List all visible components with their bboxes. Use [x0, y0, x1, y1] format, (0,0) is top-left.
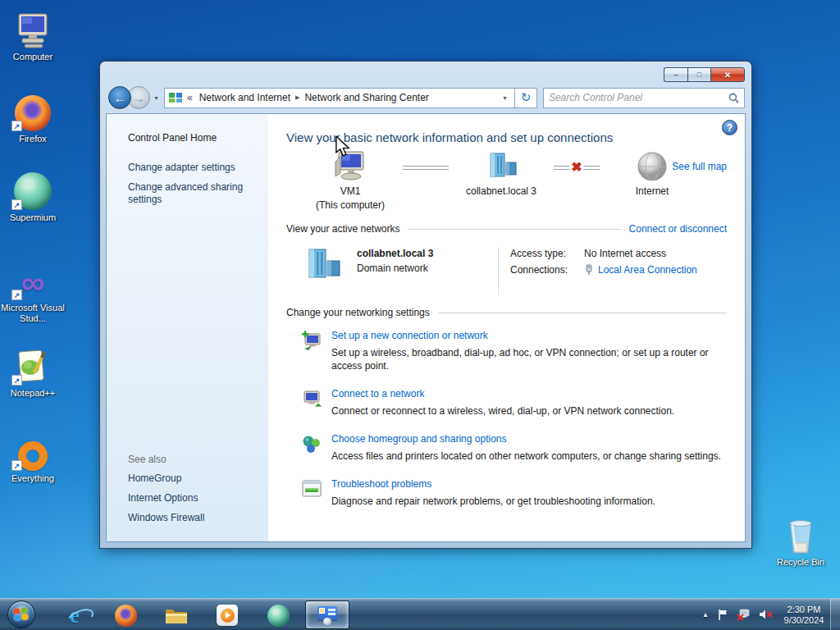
networking-settings-section-header: Change your networking settings — [286, 307, 727, 318]
show-hidden-icons-button[interactable]: ▲ — [698, 599, 713, 630]
desktop-icon-label: Notepad++ — [0, 388, 66, 399]
breadcrumb-separator-icon[interactable]: ▶ — [295, 94, 299, 101]
globe-icon — [637, 149, 668, 184]
start-button[interactable] — [7, 600, 35, 628]
help-icon: ? — [727, 122, 733, 134]
search-box[interactable] — [543, 88, 745, 108]
section-title: View your active networks — [286, 223, 400, 235]
volume-muted-icon — [759, 608, 774, 621]
forward-icon: → — [133, 91, 145, 105]
clock-date: 9/30/2024 — [778, 615, 830, 626]
breadcrumb[interactable]: « Network and Internet ▶ Network and Sha… — [164, 88, 515, 108]
map-node-internet[interactable]: Internet — [601, 149, 703, 198]
access-type-value: No Internet access — [584, 248, 697, 259]
desktop-icon-label: Computer — [0, 52, 66, 62]
network-status-button[interactable] — [733, 599, 755, 630]
internet-explorer-icon: e — [70, 605, 80, 626]
sidebar-item-control-panel-home[interactable]: Control Panel Home — [128, 132, 257, 144]
map-connection-disconnected: ✖ — [554, 166, 600, 170]
homegroup-link[interactable]: Choose homegroup and sharing options — [331, 433, 721, 445]
desktop-icon-firefox[interactable]: ↗ Firefox — [0, 92, 66, 144]
network-sharing-center-icon — [169, 92, 182, 103]
desktop-icon-label: Supermium — [0, 212, 66, 223]
sidebar-item-internet-options[interactable]: Internet Options — [128, 492, 257, 504]
system-tray: ▲ 2:30 PM 9/30/2024 — [698, 599, 840, 630]
search-input[interactable] — [549, 92, 728, 103]
flag-icon — [717, 609, 728, 621]
network-map: See full map — [286, 149, 727, 212]
close-button[interactable]: ✕ — [710, 67, 745, 82]
breadcrumb-overflow-chevron[interactable]: « — [187, 92, 193, 103]
window-titlebar[interactable]: – □ ✕ — [100, 62, 751, 84]
back-button[interactable]: ← — [108, 86, 131, 109]
everything-icon — [18, 441, 48, 471]
active-network-panel: collabnet.local 3 Domain network Access … — [303, 248, 727, 295]
page-title: View your basic network information and … — [286, 130, 727, 144]
desktop-icon-visual-studio[interactable]: ∞ ↗ Microsoft Visual Stud... — [0, 261, 66, 324]
desktop-icon-notepadpp[interactable]: ↗ Notepad++ — [0, 346, 66, 399]
desktop-icon-everything[interactable]: ↗ Everything — [0, 431, 66, 484]
action-center-button[interactable] — [713, 599, 733, 630]
refresh-button[interactable]: ↻ — [515, 88, 537, 108]
taskbar-clock[interactable]: 2:30 PM 9/30/2024 — [778, 604, 830, 626]
map-node-label: VM1 — [340, 185, 361, 198]
shortcut-arrow-icon: ↗ — [11, 290, 22, 300]
connect-network-link[interactable]: Connect to a network — [331, 388, 674, 399]
map-node-label: Internet — [636, 185, 669, 198]
desktop-icon-recycle-bin[interactable]: Recycle Bin — [768, 515, 833, 568]
control-panel-window: – □ ✕ ← → ▼ « Network and Internet ▶ Net… — [100, 62, 751, 548]
refresh-icon: ↻ — [521, 90, 532, 105]
task-connect-network: Connect to a network Connect or reconnec… — [301, 388, 727, 418]
sidebar-item-windows-firewall[interactable]: Windows Firewall — [128, 512, 257, 524]
taskbar-internet-explorer[interactable]: e — [62, 603, 87, 628]
taskbar-control-panel-active[interactable] — [305, 600, 349, 629]
active-network-type: Domain network — [357, 262, 498, 274]
navigation-bar: ← → ▼ « Network and Internet ▶ Network a… — [100, 84, 751, 114]
recent-pages-dropdown[interactable]: ▼ — [153, 95, 159, 101]
disconnected-x-icon: ✖ — [569, 159, 583, 176]
taskbar-firefox[interactable] — [113, 603, 138, 628]
taskbar-windows-explorer[interactable] — [164, 603, 189, 628]
active-network-name: collabnet.local 3 — [357, 248, 433, 259]
search-icon — [728, 93, 739, 103]
connections-label: Connections: — [510, 264, 584, 276]
shortcut-arrow-icon: ↗ — [11, 460, 22, 471]
maximize-button[interactable]: □ — [687, 67, 710, 82]
breadcrumb-item-network-sharing-center[interactable]: Network and Sharing Center — [300, 91, 432, 104]
help-button[interactable]: ? — [722, 120, 737, 135]
taskbar-supermium[interactable] — [266, 603, 290, 628]
local-area-connection-link[interactable]: Local Area Connection — [598, 264, 697, 276]
volume-button[interactable] — [755, 599, 778, 630]
sidebar-item-homegroup[interactable]: HomeGroup — [128, 472, 257, 485]
taskbar-media-player[interactable] — [215, 603, 240, 628]
main-pane: ? View your basic network information an… — [268, 114, 745, 541]
map-node-network[interactable]: collabnet.local 3 — [450, 149, 552, 198]
sidebar-item-change-advanced-sharing[interactable]: Change advanced sharing settings — [128, 181, 251, 206]
clock-time: 2:30 PM — [778, 605, 830, 615]
network-icon — [483, 149, 519, 184]
troubleshoot-link[interactable]: Troubleshoot problems — [331, 478, 655, 490]
desktop-icon-supermium[interactable]: ↗ Supermium — [0, 171, 66, 223]
windows-logo-icon — [13, 607, 30, 622]
desktop-icon-label: Everything — [0, 473, 66, 484]
map-node-label: collabnet.local 3 — [466, 185, 536, 198]
show-desktop-button[interactable] — [830, 599, 840, 630]
minimize-button[interactable]: – — [664, 67, 687, 82]
desktop-icon-computer[interactable]: Computer — [0, 10, 66, 62]
setup-connection-link[interactable]: Set up a new connection or network — [331, 330, 727, 341]
map-node-sublabel: (This computer) — [316, 199, 385, 212]
see-full-map-link[interactable]: See full map — [672, 161, 727, 172]
breadcrumb-item-network-and-internet[interactable]: Network and Internet — [195, 91, 294, 104]
shortcut-arrow-icon: ↗ — [11, 375, 22, 386]
sidebar-item-change-adapter-settings[interactable]: Change adapter settings — [128, 162, 257, 174]
connect-or-disconnect-link[interactable]: Connect or disconnect — [629, 223, 727, 235]
troubleshoot-icon — [301, 478, 322, 500]
task-setup-connection: Set up a new connection or network Set u… — [301, 330, 727, 372]
network-disconnected-icon — [737, 608, 751, 621]
media-player-icon — [217, 605, 238, 626]
supermium-icon — [267, 605, 290, 627]
map-node-this-computer[interactable]: VM1 (This computer) — [299, 149, 401, 212]
back-icon: ← — [114, 91, 126, 105]
computer-icon — [332, 149, 368, 184]
address-dropdown-icon[interactable]: ▼ — [502, 95, 508, 101]
